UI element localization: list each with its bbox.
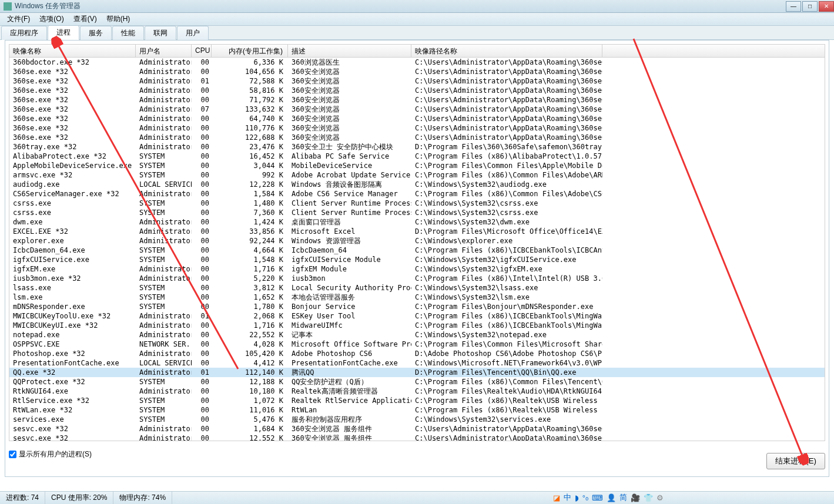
table-row[interactable]: OSPPSVC.EXENETWORK SER...004,028 KMicros…	[9, 340, 825, 349]
tray-icon[interactable]: ◗	[575, 493, 579, 502]
cell-path: C:\Program Files (x86)\ICBCEbankTools\IC…	[411, 246, 602, 255]
cell-name: 360tray.exe *32	[9, 142, 136, 152]
table-row[interactable]: PresentationFontCache.exeLOCAL SERVICE00…	[9, 358, 825, 368]
col-image-name[interactable]: 映像名称	[9, 45, 136, 57]
cell-user: Administrator	[136, 368, 192, 377]
table-row[interactable]: 360se.exe *32Administrator0064,740 K360安…	[9, 114, 825, 123]
table-row[interactable]: IcbcDaemon_64.exeSYSTEM004,664 KIcbcDaem…	[9, 246, 825, 255]
table-row[interactable]: AppleMobileDeviceService.exeSYSTEM003,04…	[9, 161, 825, 170]
table-row[interactable]: RtkNGUI64.exeAdministrator0010,180 KReal…	[9, 387, 825, 396]
tabbar: 应用程序 进程 服务 性能 联网 用户	[0, 26, 834, 40]
tray-icon[interactable]: °₀	[582, 493, 588, 502]
table-row[interactable]: explorer.exeAdministrator0092,244 KWindo…	[9, 236, 825, 246]
table-row[interactable]: csrss.exeSYSTEM001,480 KClient Server Ru…	[9, 199, 825, 208]
tray-icon[interactable]: ◪	[553, 493, 560, 502]
table-row[interactable]: MWICBCUKeyToolU.exe *32Administrator012,…	[9, 311, 825, 321]
table-row[interactable]: igfxEM.exeAdministrator001,716 KigfxEM M…	[9, 264, 825, 274]
table-row[interactable]: igfxCUIService.exeSYSTEM001,548 KigfxCUI…	[9, 255, 825, 264]
cell-user: SYSTEM	[136, 283, 192, 293]
cell-name: 360se.exe *32	[9, 114, 136, 123]
table-row[interactable]: notepad.exeAdministrator0022,552 K记事本C:\…	[9, 330, 825, 340]
cell-cpu: 00	[192, 152, 212, 161]
tray-icon[interactable]: ⚙	[657, 493, 664, 502]
table-row[interactable]: MWICBCUKeyUI.exe *32Administrator001,716…	[9, 321, 825, 330]
col-cpu[interactable]: CPU	[192, 45, 212, 57]
table-row[interactable]: lsm.exeSYSTEM001,652 K本地会话管理器服务C:\Window…	[9, 293, 825, 302]
close-button[interactable]: ✕	[819, 1, 834, 12]
cell-path: C:\Users\Administrator\AppData\Roaming\3…	[411, 123, 602, 133]
table-row[interactable]: audiodg.exeLOCAL SERVICE0012,228 KWindow…	[9, 180, 825, 189]
table-row[interactable]: 360se.exe *32Administrator0058,816 K360安…	[9, 86, 825, 95]
tray-icon[interactable]: 👤	[607, 493, 616, 502]
table-row[interactable]: 360se.exe *32Administrator0071,792 K360安…	[9, 95, 825, 105]
end-process-button[interactable]: 结束进程(E)	[766, 453, 825, 469]
table-row[interactable]: 360tray.exe *32Administrator0023,476 K36…	[9, 142, 825, 152]
cell-path: C:\Program Files (x86)\Common Files\Adob…	[411, 189, 602, 199]
minimize-button[interactable]: —	[786, 1, 801, 12]
table-row[interactable]: dwm.exeAdministrator001,424 K桌面窗口管理器C:\W…	[9, 217, 825, 227]
table-row[interactable]: Photoshop.exe *32Administrator00105,420 …	[9, 349, 825, 358]
table-row[interactable]: 360se.exe *32Administrator00104,656 K360…	[9, 67, 825, 76]
tray-icon[interactable]: ⌨	[592, 493, 603, 502]
col-description[interactable]: 描述	[288, 45, 411, 57]
menu-file[interactable]: 文件(F)	[2, 13, 35, 25]
tray-icon[interactable]: 简	[619, 492, 627, 503]
cell-path: C:\Users\Administrator\AppData\Roaming\3…	[411, 434, 602, 441]
cell-user: SYSTEM	[136, 199, 192, 208]
table-row[interactable]: 360se.exe *32Administrator07133,632 K360…	[9, 105, 825, 114]
col-user-name[interactable]: 用户名	[136, 45, 192, 57]
table-body[interactable]: 360bdoctor.exe *32Administrator006,336 K…	[9, 58, 825, 441]
tab-services[interactable]: 服务	[80, 26, 112, 40]
cell-name: QQ.exe *32	[9, 368, 136, 377]
table-row[interactable]: iusb3mon.exe *32Administrator005,220 Kiu…	[9, 274, 825, 283]
cell-mem: 33,856 K	[212, 227, 288, 236]
table-row[interactable]: armsvc.exe *32SYSTEM00992 KAdobe Acrobat…	[9, 170, 825, 180]
show-all-users-checkbox[interactable]	[9, 451, 16, 458]
table-row[interactable]: services.exeSYSTEM005,476 K服务和控制器应用程序C:\…	[9, 415, 825, 424]
table-row[interactable]: 360se.exe *32Administrator00110,776 K360…	[9, 123, 825, 133]
cell-mem: 7,360 K	[212, 208, 288, 217]
cell-mem: 4,028 K	[212, 340, 288, 349]
cell-desc: 360安全浏览器 服务组件	[288, 434, 411, 441]
cell-path: C:\Windows\System32\csrss.exe	[411, 208, 602, 217]
menu-help[interactable]: 帮助(H)	[102, 13, 135, 25]
cell-name: RtWLan.exe *32	[9, 405, 136, 415]
maximize-button[interactable]: □	[802, 1, 818, 12]
table-row[interactable]: 360se.exe *32Administrator0172,588 K360安…	[9, 76, 825, 86]
col-memory[interactable]: 内存(专用工作集)	[212, 45, 288, 57]
table-row[interactable]: QQ.exe *32Administrator01112,140 K腾讯QQD:…	[9, 368, 825, 377]
tab-users[interactable]: 用户	[177, 26, 209, 40]
menu-view[interactable]: 查看(V)	[69, 13, 102, 25]
table-row[interactable]: sesvc.exe *32Administrator001,684 K360安全…	[9, 424, 825, 434]
tab-processes[interactable]: 进程	[48, 25, 79, 40]
table-row[interactable]: QQProtect.exe *32SYSTEM0012,188 KQQ安全防护进…	[9, 377, 825, 387]
tray-icon[interactable]: 🎥	[631, 493, 640, 502]
menu-options[interactable]: 选项(O)	[35, 13, 68, 25]
table-row[interactable]: EXCEL.EXE *32Administrator0033,856 KMicr…	[9, 227, 825, 236]
table-row[interactable]: AlibabaProtect.exe *32SYSTEM0016,452 KAl…	[9, 152, 825, 161]
tray-icon[interactable]: 中	[564, 492, 571, 503]
cell-user: SYSTEM	[136, 170, 192, 180]
cell-cpu: 00	[192, 170, 212, 180]
statusbar: 进程数: 74 CPU 使用率: 20% 物理内存: 74%	[0, 491, 834, 504]
tab-applications[interactable]: 应用程序	[1, 26, 47, 40]
tab-networking[interactable]: 联网	[145, 26, 176, 40]
table-row[interactable]: lsass.exeSYSTEM003,812 KLocal Security A…	[9, 283, 825, 293]
col-image-path[interactable]: 映像路径名称	[411, 45, 602, 57]
table-row[interactable]: csrss.exeSYSTEM007,360 KClient Server Ru…	[9, 208, 825, 217]
cell-user: SYSTEM	[136, 152, 192, 161]
cell-desc: Realtek高清晰音频管理器	[288, 387, 411, 396]
table-row[interactable]: CS6ServiceManager.exe *32Administrator00…	[9, 189, 825, 199]
table-row[interactable]: mDNSResponder.exeSYSTEM001,780 KBonjour …	[9, 302, 825, 311]
table-row[interactable]: RtlService.exe *32SYSTEM001,072 KRealtek…	[9, 396, 825, 405]
table-row[interactable]: 360bdoctor.exe *32Administrator006,336 K…	[9, 58, 825, 67]
cell-cpu: 00	[192, 236, 212, 246]
tray-icon[interactable]: 👕	[644, 493, 653, 502]
table-row[interactable]: 360se.exe *32Administrator00122,688 K360…	[9, 133, 825, 142]
tab-performance[interactable]: 性能	[112, 26, 144, 40]
titlebar: Windows 任务管理器 — □ ✕	[0, 0, 834, 13]
table-row[interactable]: sesvc.exe *32Administrator0012,552 K360安…	[9, 434, 825, 441]
cell-name: 360se.exe *32	[9, 123, 136, 133]
table-row[interactable]: RtWLan.exe *32SYSTEM0011,016 KRtWLanC:\P…	[9, 405, 825, 415]
cell-desc: MobileDeviceService	[288, 161, 411, 170]
